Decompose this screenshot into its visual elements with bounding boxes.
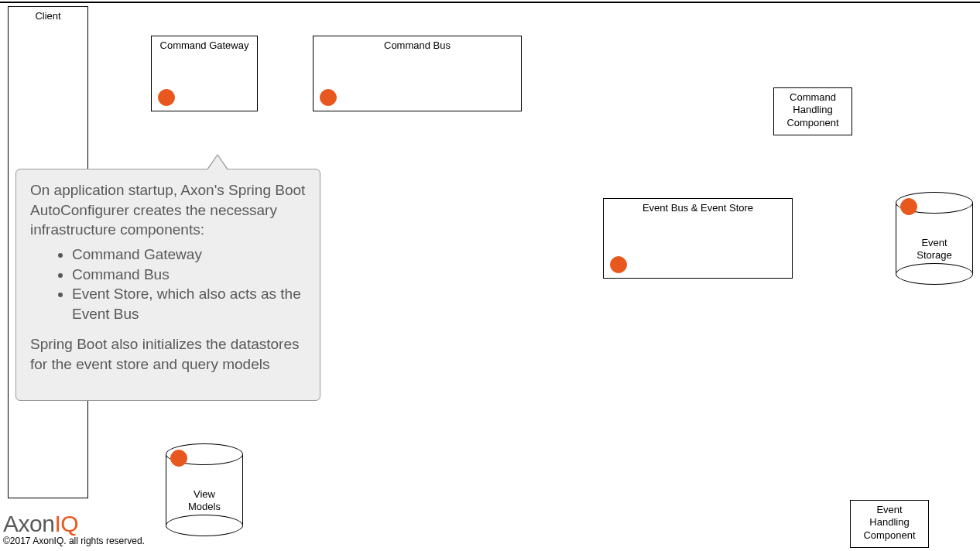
callout-bullet: Command Bus [72,265,306,285]
box-client-label: Client [9,7,87,22]
cylinder-view-models-label: View Models [166,488,243,512]
callout-bullet: Event Store, which also acts as the Even… [72,284,306,323]
box-event-handling: Event Handling Component [850,500,929,548]
logo-text-axon: Axon [3,511,54,536]
marker-icon [610,256,627,273]
box-command-handling-label: Command Handling Component [774,88,852,129]
box-command-gateway: Command Gateway [151,36,258,111]
copyright-text: ©2017 AxonIQ. all rights reserved. [3,536,145,546]
top-rule [0,2,980,3]
box-event-handling-label: Event Handling Component [851,501,928,542]
callout-para1: On application startup, Axon's Spring Bo… [30,180,306,240]
callout-box: On application startup, Axon's Spring Bo… [15,169,320,401]
logo-text-iq: IQ [54,511,78,536]
callout-bullets: Command Gateway Command Bus Event Store,… [30,245,306,324]
callout-para2: Spring Boot also initializes the datasto… [30,334,306,374]
marker-icon [320,89,337,106]
box-command-gateway-label: Command Gateway [152,36,257,52]
box-command-bus-label: Command Bus [314,36,521,52]
cylinder-event-storage-label: Event Storage [896,237,973,261]
box-event-bus-store: Event Bus & Event Store [603,198,793,279]
box-command-handling: Command Handling Component [773,87,852,135]
logo-area: AxonIQ ©2017 AxonIQ. all rights reserved… [3,511,145,546]
marker-icon [158,89,175,106]
logo: AxonIQ [3,511,145,537]
cylinder-view-models: View Models [166,443,243,536]
callout-bullet: Command Gateway [72,245,306,265]
marker-icon [900,198,917,215]
box-command-bus: Command Bus [313,36,522,111]
cylinder-event-storage: Event Storage [896,192,973,285]
marker-icon [170,450,187,467]
box-event-bus-store-label: Event Bus & Event Store [604,199,792,214]
